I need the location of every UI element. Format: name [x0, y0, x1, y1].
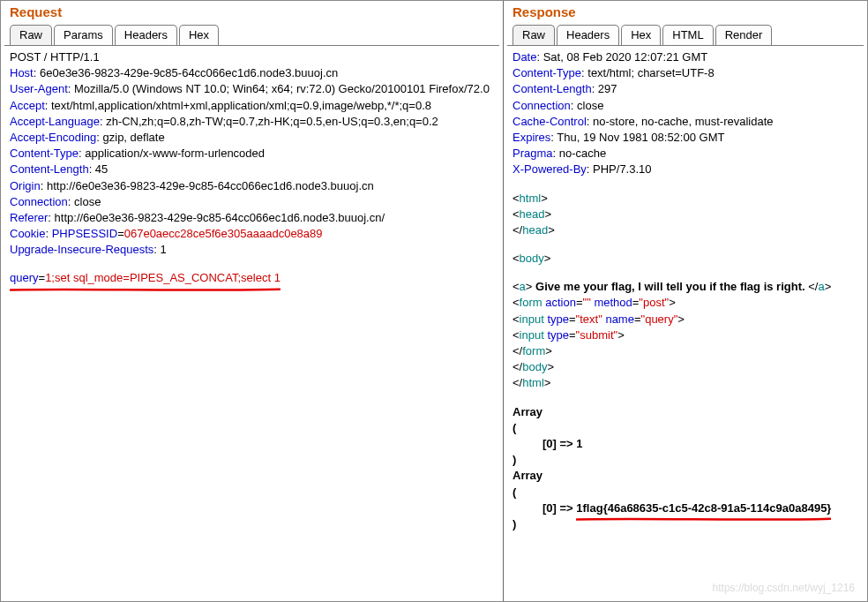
resp-header: Date: Sat, 08 Feb 2020 12:07:21 GMT — [513, 49, 858, 65]
resp-header: Pragma: no-cache — [513, 146, 858, 162]
resp-array-2: Array ( [0] => 1flag{46a68635-c1c5-42c8-… — [513, 468, 858, 532]
req-header: Accept-Language: zh-CN,zh;q=0.8,zh-TW;q=… — [10, 114, 494, 130]
resp-body-html: <html> <head> </head> <body> <a> Give me… — [513, 191, 858, 392]
annotation-underline-icon — [576, 517, 831, 522]
req-header: Content-Type: application/x-www-form-url… — [10, 146, 494, 162]
req-header: Accept: text/html,application/xhtml+xml,… — [10, 98, 494, 114]
flag-value: 1flag{46a68635-c1c5-42c8-91a5-114c9a0a84… — [576, 501, 831, 515]
req-header: Content-Length: 45 — [10, 162, 494, 177]
response-title: Response — [504, 1, 867, 21]
resp-header: Expires: Thu, 19 Nov 1981 08:52:00 GMT — [513, 130, 858, 146]
request-body: query=1;set sql_mode=PIPES_AS_CONCAT;sel… — [10, 270, 281, 286]
req-header-cookie: Cookie: PHPSESSID=067e0aecc28ce5f6e305aa… — [10, 226, 494, 242]
tab-headers[interactable]: Headers — [557, 25, 619, 45]
resp-header: Content-Type: text/html; charset=UTF-8 — [513, 65, 858, 81]
request-title: Request — [1, 1, 503, 21]
tab-html[interactable]: HTML — [662, 25, 713, 45]
req-header: Accept-Encoding: gzip, deflate — [10, 130, 494, 146]
req-header: Upgrade-Insecure-Requests: 1 — [10, 242, 494, 258]
annotation-underline-icon — [10, 288, 281, 292]
request-pane: Request Raw Params Headers Hex POST / HT… — [1, 1, 504, 601]
response-raw-view[interactable]: Date: Sat, 08 Feb 2020 12:07:21 GMT Cont… — [507, 46, 864, 598]
request-tabs: Raw Params Headers Hex — [1, 21, 503, 45]
response-pane: Response Raw Headers Hex HTML Render Dat… — [504, 1, 867, 601]
resp-header: Content-Length: 297 — [513, 81, 858, 97]
req-header: User-Agent: Mozilla/5.0 (Windows NT 10.0… — [10, 81, 494, 97]
resp-header: Cache-Control: no-store, no-cache, must-… — [513, 114, 858, 130]
resp-header: X-Powered-By: PHP/7.3.10 — [513, 162, 858, 177]
req-header: Referer: http://6e0e3e36-9823-429e-9c85-… — [10, 210, 494, 226]
tab-hex[interactable]: Hex — [621, 25, 661, 45]
resp-array-1: Array ( [0] => 1 ) — [513, 404, 858, 469]
resp-header: Connection: close — [513, 98, 858, 114]
tab-headers[interactable]: Headers — [115, 25, 177, 45]
tab-render[interactable]: Render — [715, 25, 773, 45]
request-start-line: POST / HTTP/1.1 — [10, 49, 494, 65]
tab-raw[interactable]: Raw — [513, 25, 555, 45]
request-raw-view[interactable]: POST / HTTP/1.1 Host: 6e0e3e36-9823-429e… — [4, 46, 499, 598]
req-header: Connection: close — [10, 194, 494, 210]
tab-hex[interactable]: Hex — [179, 25, 219, 45]
req-header: Host: 6e0e3e36-9823-429e-9c85-64cc066ec1… — [10, 65, 494, 81]
req-header: Origin: http://6e0e3e36-9823-429e-9c85-6… — [10, 178, 494, 194]
tab-params[interactable]: Params — [54, 25, 113, 45]
response-tabs: Raw Headers Hex HTML Render — [504, 21, 867, 45]
tab-raw[interactable]: Raw — [10, 25, 52, 45]
